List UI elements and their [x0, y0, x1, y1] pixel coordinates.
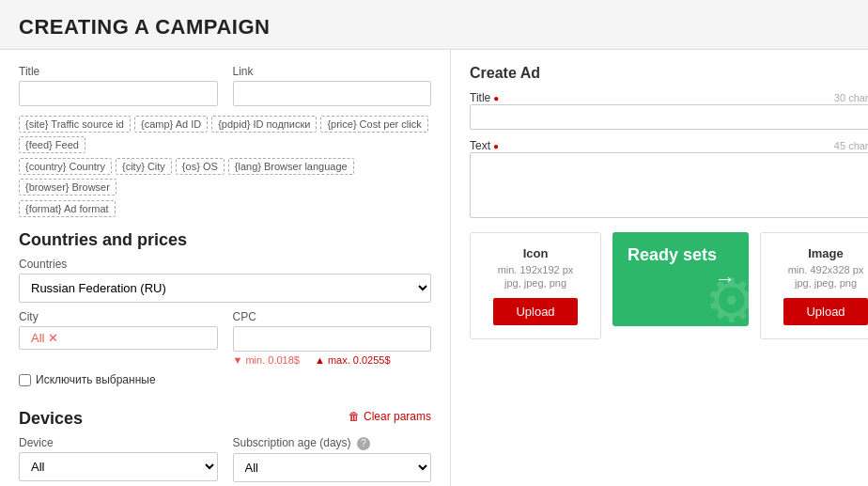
- ad-title-field: Title ● 30 character 🙂: [470, 91, 868, 130]
- icon-asset-name: Icon: [486, 246, 585, 260]
- token-lang[interactable]: {lang} Browser language: [228, 158, 354, 175]
- cpc-min-hint: ▼ min. 0.018$: [233, 354, 300, 366]
- token-format[interactable]: {format} Ad format: [19, 200, 116, 217]
- city-label: City: [19, 310, 218, 323]
- subscription-age-select[interactable]: All: [233, 453, 432, 482]
- left-panel: Title Link {site} Traffic source id {cam…: [0, 50, 451, 486]
- image-sub1: min. 492x328 px: [776, 264, 868, 275]
- exclude-label: Исключить выбранные: [36, 373, 156, 386]
- ad-text-lbl: Text ●: [470, 139, 499, 152]
- page-header: CREATING A CAMPAIGN: [0, 0, 868, 50]
- token-browser[interactable]: {browser} Browser: [19, 179, 116, 196]
- ad-title-char-count: 30 character: [834, 92, 868, 103]
- bottom-assets: Icon min. 192x192 px jpg, jpeg, png Uplo…: [470, 232, 868, 339]
- exclude-row: Исключить выбранные: [19, 373, 431, 386]
- ad-text-field: Text ● 45 character 🙂: [470, 139, 868, 221]
- link-label: Link: [233, 65, 432, 78]
- ad-title-input-wrap: 🙂: [470, 104, 868, 130]
- subscription-age-group: Subscription age (days) ? All: [233, 436, 432, 482]
- exclude-checkbox[interactable]: [19, 374, 31, 386]
- subscription-age-help[interactable]: ?: [357, 437, 370, 450]
- subscription-age-label: Subscription age (days) ?: [233, 436, 432, 450]
- ready-sets-text: Ready sets: [628, 245, 734, 266]
- ad-text-textarea-wrap: 🙂: [470, 152, 868, 221]
- right-panel: Create Ad Title ● 30 character 🙂 Text ●: [451, 50, 868, 486]
- link-group: Link: [233, 65, 432, 106]
- devices-header: Devices 🗑 Clear params: [19, 396, 431, 436]
- city-clear-icon[interactable]: ✕: [48, 331, 58, 345]
- ad-text-char-count: 45 character: [834, 140, 868, 151]
- ready-sets-box[interactable]: Ready sets → ⚙: [612, 232, 749, 326]
- clear-params-button[interactable]: 🗑 Clear params: [349, 410, 431, 423]
- token-row-2: {country} Country {city} City {os} OS {l…: [19, 158, 431, 196]
- title-input[interactable]: [19, 81, 218, 106]
- image-sub2: jpg, jpeg, png: [776, 277, 868, 289]
- image-asset-name: Image: [776, 246, 868, 260]
- title-group: Title: [19, 65, 218, 106]
- token-price[interactable]: {price} Cost per click: [320, 116, 427, 133]
- devices-section-title: Devices: [19, 409, 83, 429]
- city-group: City All ✕: [19, 310, 218, 366]
- ad-text-label: Text: [470, 139, 490, 152]
- countries-group: Countries Russian Federation (RU): [19, 258, 431, 303]
- device-select[interactable]: All: [19, 452, 218, 481]
- cpc-group: CPC 0.018 ▼ min. 0.018$ ▲ max. 0.0255$: [233, 310, 432, 366]
- ad-title-lbl: Title ●: [470, 91, 499, 104]
- token-row-1: {site} Traffic source id {camp} Ad ID {p…: [19, 116, 431, 153]
- token-city[interactable]: {city} City: [116, 158, 172, 175]
- page-title: CREATING A CAMPAIGN: [19, 15, 849, 39]
- image-upload-button[interactable]: Upload: [783, 298, 867, 325]
- city-input-wrap: All ✕: [19, 326, 218, 350]
- countries-select[interactable]: Russian Federation (RU): [19, 274, 431, 303]
- ad-text-required: ●: [493, 141, 499, 151]
- icon-upload-button[interactable]: Upload: [493, 298, 577, 325]
- ad-title-required: ●: [493, 93, 499, 103]
- token-country[interactable]: {country} Country: [19, 158, 112, 175]
- cpc-max-hint: ▲ max. 0.0255$: [315, 354, 391, 366]
- cpc-hints: ▼ min. 0.018$ ▲ max. 0.0255$: [233, 354, 432, 366]
- link-input[interactable]: [233, 81, 432, 106]
- cpc-label: CPC: [233, 310, 432, 323]
- image-asset-box: Image min. 492x328 px jpg, jpeg, png Upl…: [760, 232, 868, 339]
- token-pdpid[interactable]: {pdpid} ID подписки: [211, 116, 317, 133]
- countries-section-title: Countries and prices: [19, 230, 431, 250]
- token-site[interactable]: {site} Traffic source id: [19, 116, 131, 133]
- device-group: Device All: [19, 436, 218, 482]
- ad-text-textarea[interactable]: [470, 152, 868, 218]
- ad-title-label: Title: [470, 91, 490, 104]
- ad-title-input[interactable]: [470, 104, 868, 130]
- title-label: Title: [19, 65, 218, 78]
- clear-params-label: Clear params: [364, 410, 431, 423]
- icon-sub2: jpg, jpeg, png: [486, 277, 585, 289]
- ad-text-label-row: Text ● 45 character: [470, 139, 868, 152]
- create-ad-title: Create Ad: [470, 65, 868, 82]
- icon-sub1: min. 192x192 px: [486, 264, 585, 275]
- icon-asset-box: Icon min. 192x192 px jpg, jpeg, png Uplo…: [470, 232, 601, 339]
- city-value: All: [31, 331, 44, 345]
- device-label: Device: [19, 436, 218, 449]
- ready-sets-arrow-icon: →: [715, 267, 736, 291]
- token-os[interactable]: {os} OS: [176, 158, 225, 175]
- token-row-3: {format} Ad format: [19, 200, 431, 217]
- cpc-input[interactable]: 0.018: [233, 326, 432, 352]
- token-feed[interactable]: {feed} Feed: [19, 136, 85, 153]
- trash-icon: 🗑: [349, 410, 360, 423]
- ad-title-label-row: Title ● 30 character: [470, 91, 868, 104]
- countries-label: Countries: [19, 258, 431, 271]
- token-camp[interactable]: {camp} Ad ID: [134, 116, 208, 133]
